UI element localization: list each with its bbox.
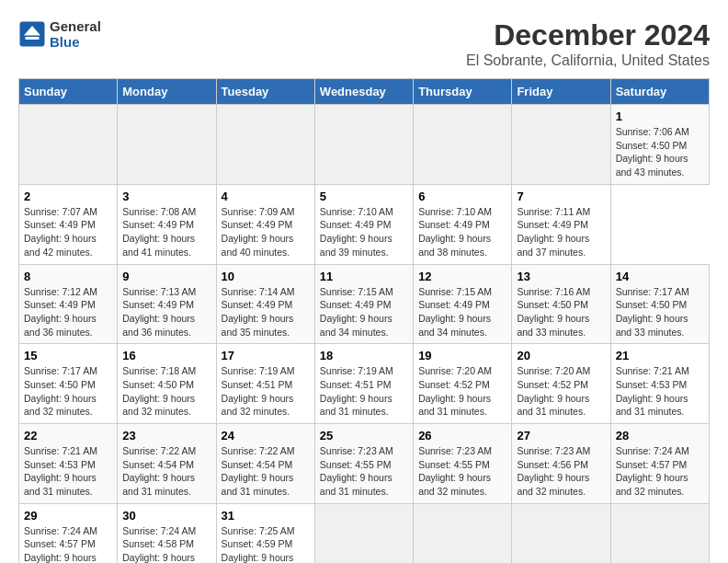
logo-text: General Blue	[50, 18, 101, 50]
day-number: 25	[320, 429, 408, 442]
day-sunset: Sunset: 4:51 PM	[320, 379, 392, 390]
day-sunrise: Sunrise: 7:11 AM	[517, 206, 590, 217]
calendar-day-cell: 31 Sunrise: 7:25 AM Sunset: 4:59 PM Dayl…	[216, 503, 314, 563]
calendar-day-cell	[414, 105, 512, 185]
day-number: 27	[517, 429, 605, 442]
day-number: 10	[222, 270, 310, 283]
day-sunset: Sunset: 4:50 PM	[616, 299, 688, 310]
logo: General Blue	[18, 18, 101, 50]
calendar-day-cell: 6 Sunrise: 7:10 AM Sunset: 4:49 PM Dayli…	[414, 184, 512, 264]
calendar-day-cell: 24 Sunrise: 7:22 AM Sunset: 4:54 PM Dayl…	[216, 424, 314, 504]
calendar-day-cell: 14 Sunrise: 7:17 AM Sunset: 4:50 PM Dayl…	[610, 264, 709, 344]
day-daylight: Daylight: 9 hours and 34 minutes.	[320, 313, 392, 338]
day-sunrise: Sunrise: 7:20 AM	[418, 365, 492, 376]
day-number: 16	[122, 349, 210, 362]
day-sunrise: Sunrise: 7:22 AM	[222, 445, 295, 456]
day-number: 22	[24, 429, 112, 442]
day-sunset: Sunset: 4:55 PM	[418, 459, 490, 470]
day-number: 13	[517, 270, 605, 283]
day-sunrise: Sunrise: 7:18 AM	[122, 365, 196, 376]
day-daylight: Daylight: 9 hours and 43 minutes.	[616, 153, 688, 178]
day-sunrise: Sunrise: 7:20 AM	[517, 365, 590, 376]
day-number: 5	[320, 190, 408, 203]
day-number: 23	[122, 429, 210, 442]
day-daylight: Daylight: 9 hours and 32 minutes.	[222, 393, 294, 418]
day-sunrise: Sunrise: 7:15 AM	[418, 286, 492, 297]
day-number: 18	[320, 349, 408, 362]
day-daylight: Daylight: 9 hours and 31 minutes.	[122, 472, 195, 497]
calendar-day-cell: 30 Sunrise: 7:24 AM Sunset: 4:58 PM Dayl…	[118, 503, 216, 563]
day-daylight: Daylight: 9 hours and 35 minutes.	[222, 313, 294, 338]
day-sunrise: Sunrise: 7:14 AM	[222, 286, 295, 297]
day-number: 12	[418, 270, 506, 283]
day-daylight: Daylight: 9 hours and 31 minutes.	[418, 393, 491, 418]
day-daylight: Daylight: 9 hours and 32 minutes.	[616, 472, 688, 497]
day-sunset: Sunset: 4:57 PM	[616, 459, 688, 470]
calendar-day-cell	[314, 503, 413, 563]
day-sunrise: Sunrise: 7:10 AM	[320, 206, 393, 217]
day-daylight: Daylight: 9 hours and 32 minutes.	[122, 393, 195, 418]
calendar-day-cell: 13 Sunrise: 7:16 AM Sunset: 4:50 PM Dayl…	[512, 264, 610, 344]
day-number: 20	[517, 349, 605, 362]
calendar-day-cell: 18 Sunrise: 7:19 AM Sunset: 4:51 PM Dayl…	[314, 344, 413, 424]
day-sunset: Sunset: 4:49 PM	[418, 299, 490, 310]
day-sunset: Sunset: 4:49 PM	[418, 219, 490, 230]
day-number: 31	[222, 509, 310, 523]
header-cell-tuesday: Tuesday	[216, 79, 314, 105]
calendar-day-cell	[19, 105, 118, 185]
calendar-body: 1 Sunrise: 7:06 AM Sunset: 4:50 PM Dayli…	[19, 105, 710, 564]
day-sunrise: Sunrise: 7:15 AM	[320, 286, 393, 297]
calendar-day-cell	[610, 503, 709, 563]
day-sunset: Sunset: 4:58 PM	[122, 538, 194, 549]
day-sunrise: Sunrise: 7:17 AM	[616, 286, 689, 297]
day-daylight: Daylight: 9 hours and 41 minutes.	[122, 233, 195, 258]
day-sunset: Sunset: 4:52 PM	[517, 379, 588, 390]
day-number: 29	[24, 509, 112, 523]
day-daylight: Daylight: 9 hours and 38 minutes.	[418, 233, 491, 258]
main-title: December 2024	[466, 18, 710, 52]
day-daylight: Daylight: 9 hours and 42 minutes.	[24, 233, 97, 258]
calendar-day-cell: 21 Sunrise: 7:21 AM Sunset: 4:53 PM Dayl…	[610, 344, 709, 424]
day-sunrise: Sunrise: 7:10 AM	[418, 206, 492, 217]
calendar-day-cell: 26 Sunrise: 7:23 AM Sunset: 4:55 PM Dayl…	[414, 424, 512, 504]
day-daylight: Daylight: 9 hours and 39 minutes.	[320, 233, 392, 258]
calendar-day-cell: 17 Sunrise: 7:19 AM Sunset: 4:51 PM Dayl…	[216, 344, 314, 424]
header-cell-sunday: Sunday	[19, 79, 118, 105]
day-sunrise: Sunrise: 7:24 AM	[616, 445, 689, 456]
day-sunset: Sunset: 4:57 PM	[24, 538, 96, 549]
day-sunset: Sunset: 4:50 PM	[517, 299, 588, 310]
day-sunrise: Sunrise: 7:22 AM	[122, 445, 196, 456]
day-daylight: Daylight: 9 hours and 33 minutes.	[517, 313, 589, 338]
calendar-day-cell	[512, 105, 610, 185]
day-sunset: Sunset: 4:51 PM	[222, 379, 293, 390]
day-number: 21	[616, 349, 704, 362]
day-number: 15	[24, 349, 112, 362]
day-daylight: Daylight: 9 hours and 31 minutes.	[517, 393, 589, 418]
header-cell-thursday: Thursday	[414, 79, 512, 105]
calendar-day-cell	[512, 503, 610, 563]
day-number: 24	[222, 429, 310, 442]
header-cell-friday: Friday	[512, 79, 610, 105]
day-number: 9	[122, 270, 210, 283]
day-daylight: Daylight: 9 hours and 33 minutes.	[616, 313, 688, 338]
day-sunset: Sunset: 4:56 PM	[517, 459, 588, 470]
day-sunrise: Sunrise: 7:19 AM	[222, 365, 295, 376]
day-number: 4	[222, 190, 310, 203]
calendar-day-cell: 11 Sunrise: 7:15 AM Sunset: 4:49 PM Dayl…	[314, 264, 413, 344]
day-sunrise: Sunrise: 7:17 AM	[24, 365, 97, 376]
calendar-day-cell: 10 Sunrise: 7:14 AM Sunset: 4:49 PM Dayl…	[216, 264, 314, 344]
calendar-day-cell: 1 Sunrise: 7:06 AM Sunset: 4:50 PM Dayli…	[610, 105, 709, 185]
day-sunrise: Sunrise: 7:08 AM	[122, 206, 196, 217]
day-daylight: Daylight: 9 hours and 40 minutes.	[222, 233, 294, 258]
calendar-day-cell: 4 Sunrise: 7:09 AM Sunset: 4:49 PM Dayli…	[216, 184, 314, 264]
calendar-table: SundayMondayTuesdayWednesdayThursdayFrid…	[18, 78, 710, 563]
calendar-day-cell: 19 Sunrise: 7:20 AM Sunset: 4:52 PM Dayl…	[414, 344, 512, 424]
day-sunrise: Sunrise: 7:24 AM	[122, 525, 196, 536]
day-sunset: Sunset: 4:55 PM	[320, 459, 392, 470]
day-daylight: Daylight: 9 hours and 31 minutes.	[616, 393, 688, 418]
day-sunset: Sunset: 4:59 PM	[222, 538, 293, 549]
day-sunset: Sunset: 4:49 PM	[122, 219, 194, 230]
day-daylight: Daylight: 9 hours and 31 minutes.	[320, 472, 392, 497]
day-number: 8	[24, 270, 112, 283]
calendar-header-row: SundayMondayTuesdayWednesdayThursdayFrid…	[19, 79, 710, 105]
